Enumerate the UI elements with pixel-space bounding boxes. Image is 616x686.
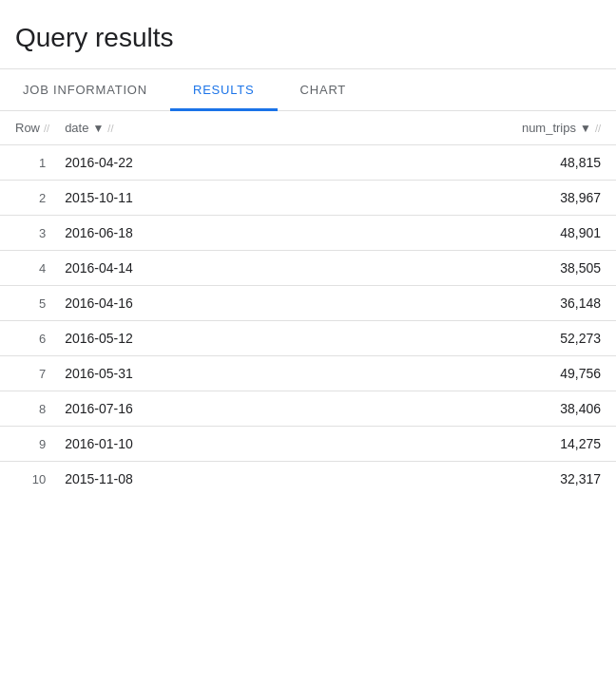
col-row-resize[interactable]: // xyxy=(44,123,49,134)
tab-bar: JOB INFORMATION RESULTS CHART xyxy=(0,69,616,111)
cell-date-1: 2016-04-22 xyxy=(57,145,266,181)
table-row: 22015-10-1138,967 xyxy=(0,181,616,216)
col-header-num-trips[interactable]: num_trips ▼ // xyxy=(266,111,616,145)
date-sort-icon[interactable]: ▼ xyxy=(92,122,104,135)
cell-row-8: 8 xyxy=(0,391,57,427)
table-row: 92016-01-1014,275 xyxy=(0,427,616,462)
cell-date-2: 2015-10-11 xyxy=(57,181,266,216)
cell-row-2: 2 xyxy=(0,181,57,216)
results-table-container: Row // date ▼ // num_trips ▼ // xyxy=(0,111,616,496)
cell-num-trips-2: 38,967 xyxy=(266,181,616,216)
cell-row-7: 7 xyxy=(0,356,57,391)
num-trips-sort-icon[interactable]: ▼ xyxy=(580,122,591,135)
cell-date-7: 2016-05-31 xyxy=(57,356,266,391)
cell-row-5: 5 xyxy=(0,286,57,321)
col-num-trips-label: num_trips xyxy=(522,121,576,135)
results-table: Row // date ▼ // num_trips ▼ // xyxy=(0,111,616,496)
cell-date-4: 2016-04-14 xyxy=(57,251,266,286)
cell-date-10: 2015-11-08 xyxy=(57,462,266,497)
table-body: 12016-04-2248,81522015-10-1138,96732016-… xyxy=(0,145,616,497)
cell-num-trips-6: 52,273 xyxy=(266,321,616,356)
table-row: 52016-04-1636,148 xyxy=(0,286,616,321)
cell-num-trips-4: 38,505 xyxy=(266,251,616,286)
table-row: 82016-07-1638,406 xyxy=(0,391,616,427)
table-row: 72016-05-3149,756 xyxy=(0,356,616,391)
table-row: 102015-11-0832,317 xyxy=(0,462,616,497)
cell-num-trips-5: 36,148 xyxy=(266,286,616,321)
cell-row-1: 1 xyxy=(0,145,57,181)
cell-row-3: 3 xyxy=(0,216,57,251)
col-num-trips-resize[interactable]: // xyxy=(595,123,601,134)
cell-num-trips-9: 14,275 xyxy=(266,427,616,462)
cell-num-trips-1: 48,815 xyxy=(266,145,616,181)
col-date-resize[interactable]: // xyxy=(107,123,113,134)
table-header-row: Row // date ▼ // num_trips ▼ // xyxy=(0,111,616,145)
tab-job-information[interactable]: JOB INFORMATION xyxy=(0,69,170,110)
cell-num-trips-10: 32,317 xyxy=(266,462,616,497)
col-row-label: Row xyxy=(15,121,40,135)
cell-row-4: 4 xyxy=(0,251,57,286)
tab-chart[interactable]: CHART xyxy=(278,69,370,110)
col-date-label: date xyxy=(65,121,88,135)
col-header-row: Row // xyxy=(0,111,57,145)
cell-row-6: 6 xyxy=(0,321,57,356)
cell-num-trips-7: 49,756 xyxy=(266,356,616,391)
table-row: 42016-04-1438,505 xyxy=(0,251,616,286)
table-row: 12016-04-2248,815 xyxy=(0,145,616,181)
cell-date-6: 2016-05-12 xyxy=(57,321,266,356)
tab-results[interactable]: RESULTS xyxy=(170,69,278,110)
cell-num-trips-3: 48,901 xyxy=(266,216,616,251)
cell-row-9: 9 xyxy=(0,427,57,462)
col-header-date[interactable]: date ▼ // xyxy=(57,111,266,145)
cell-date-3: 2016-06-18 xyxy=(57,216,266,251)
cell-date-5: 2016-04-16 xyxy=(57,286,266,321)
cell-date-8: 2016-07-16 xyxy=(57,391,266,427)
cell-date-9: 2016-01-10 xyxy=(57,427,266,462)
page-title: Query results xyxy=(0,0,616,68)
cell-row-10: 10 xyxy=(0,462,57,497)
table-row: 62016-05-1252,273 xyxy=(0,321,616,356)
table-row: 32016-06-1848,901 xyxy=(0,216,616,251)
cell-num-trips-8: 38,406 xyxy=(266,391,616,427)
